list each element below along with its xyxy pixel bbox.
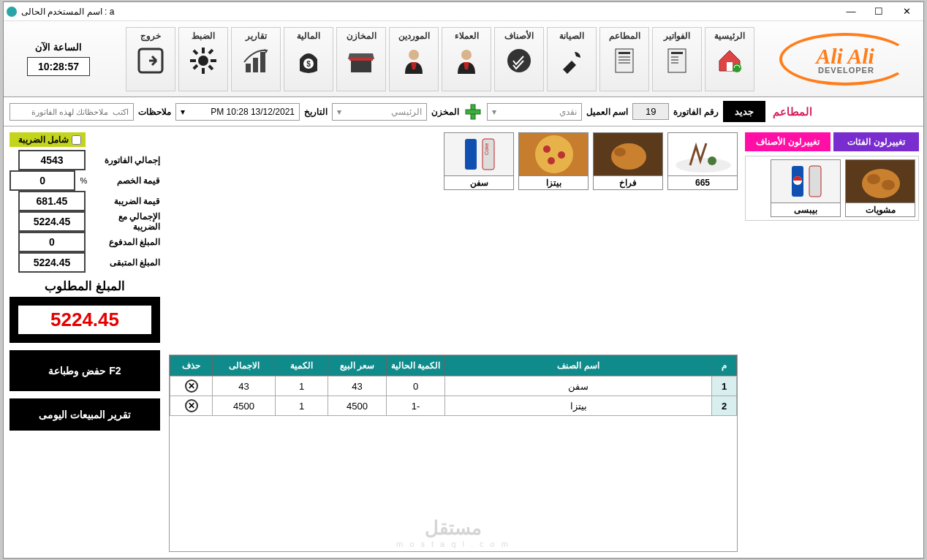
svg-rect-27 (671, 56, 678, 58)
svg-rect-26 (671, 52, 683, 54)
tax-checkbox[interactable] (72, 135, 81, 145)
category-name: مشويات (846, 203, 915, 216)
ribbon-label: خروج (140, 31, 161, 41)
product-card[interactable]: Cokeسفن (444, 132, 514, 190)
svg-rect-3 (202, 68, 205, 74)
product-name: بيتزا (519, 175, 588, 189)
settings-icon (186, 44, 220, 77)
add-customer-button[interactable] (464, 102, 483, 121)
svg-rect-15 (351, 59, 371, 72)
ribbon-suppliers[interactable]: الموردين (389, 27, 439, 91)
daily-sales-report-button[interactable]: تقرير المبيعات اليومى (10, 398, 160, 431)
customers-icon (450, 44, 483, 77)
ribbon-label: المخازن (347, 31, 377, 41)
svg-rect-12 (260, 52, 265, 72)
delete-row-button[interactable]: ✕ (185, 399, 198, 412)
required-amount-value: 5224.45 (18, 306, 151, 334)
finance-icon: $ (292, 44, 325, 77)
summary-label: المبلغ المدفوع (90, 237, 160, 247)
ribbon-label: الصيانة (559, 31, 584, 41)
svg-rect-8 (208, 48, 213, 54)
customer-label: اسم العميل (586, 107, 628, 117)
summary-value: 681.45 (18, 191, 86, 211)
svg-rect-10 (246, 64, 251, 72)
notes-input[interactable] (10, 103, 134, 121)
product-image (594, 133, 662, 175)
ribbon-label: الضبط (192, 31, 215, 41)
svg-rect-21 (618, 52, 630, 54)
svg-rect-5 (211, 59, 216, 62)
minimize-button[interactable]: ― (837, 4, 865, 20)
home-icon (713, 44, 746, 77)
summary-label: الإجمالي مع الضريبة (90, 211, 160, 232)
category-card[interactable]: بيبسى (771, 159, 841, 217)
svg-point-55 (867, 174, 880, 184)
chevron-down-icon: ▾ (492, 107, 496, 117)
invoice-no-label: رقم الفاتورة (673, 107, 718, 117)
new-button[interactable]: جديد (723, 101, 765, 122)
maximize-button[interactable]: ☐ (865, 4, 893, 20)
product-image (668, 133, 737, 175)
svg-rect-9 (192, 64, 198, 69)
customer-dropdown[interactable]: نقدي▾ (487, 103, 582, 121)
product-card[interactable]: 665 (667, 132, 738, 190)
table-row[interactable]: 1سفن043143✕ (170, 377, 737, 396)
delete-row-button[interactable]: ✕ (185, 379, 198, 393)
change-categories-color-button[interactable]: تغييرلون الفئات (833, 132, 919, 151)
ribbon-exit[interactable]: خروج (126, 27, 175, 91)
product-card[interactable]: بيتزا (518, 132, 589, 190)
ribbon-reports[interactable]: تقارير (231, 27, 281, 91)
svg-point-47 (676, 158, 731, 173)
date-picker[interactable]: 13/12/2021 10:28 PM▾ (175, 103, 300, 121)
items-icon (502, 44, 536, 77)
ribbon-label: المطاعم (609, 31, 640, 41)
ribbon-home[interactable]: الرئيسية (705, 27, 754, 91)
required-amount-label: المبلغ المطلوب (10, 279, 160, 294)
svg-rect-16 (349, 58, 373, 61)
watermark: مستقل m o s t a q l . c o m (396, 517, 510, 548)
svg-point-18 (461, 50, 472, 60)
tax-include-checkbox[interactable]: شامل الضريبة (10, 132, 86, 147)
svg-rect-24 (618, 62, 630, 64)
clock-label: الساعة الآن (35, 42, 82, 53)
svg-rect-7 (208, 64, 213, 70)
ribbon-stores[interactable]: المخازن (336, 27, 386, 91)
svg-rect-2 (202, 48, 205, 53)
restaurants-icon (608, 44, 641, 77)
close-button[interactable]: ✕ (893, 4, 920, 20)
col-item-name: اسم الصنف (445, 356, 712, 376)
ribbon-finance[interactable]: المالية$ (284, 27, 333, 91)
logo: Ali Ali DEVELOPER (774, 29, 916, 89)
save-print-button[interactable]: حفض وطباعة F2 (10, 350, 160, 391)
suppliers-icon (397, 44, 431, 77)
category-image (846, 160, 915, 203)
svg-point-39 (535, 135, 573, 173)
product-card[interactable]: فراخ (593, 132, 663, 190)
maintenance-icon (555, 44, 589, 77)
stores-icon (344, 44, 378, 77)
col-delete: حذف (170, 356, 213, 376)
invoices-icon (660, 44, 694, 77)
titlebar: اسم المستخدم الحالى : a ― ☐ ✕ (4, 2, 923, 21)
invoice-grid: م اسم الصنف الكمية الحالية سعر البيع الك… (169, 355, 738, 552)
col-qty: الكمية (276, 356, 328, 376)
product-list: Cokeسفنبيتزافراخ665 (169, 132, 738, 190)
summary-label: المبلغ المتبقى (90, 257, 160, 268)
svg-point-56 (882, 180, 895, 190)
ribbon-restaurants[interactable]: المطاعم (599, 27, 649, 91)
ribbon-items[interactable]: الأصناف (494, 27, 544, 91)
ribbon-maintenance[interactable]: الصيانة (547, 27, 597, 91)
category-card[interactable]: مشويات (845, 159, 915, 217)
ribbon-settings[interactable]: الضبط (178, 27, 228, 91)
ribbon-invoices[interactable]: الفواتير (652, 27, 702, 91)
ribbon-customers[interactable]: العملاء (442, 27, 491, 91)
reports-icon (239, 44, 273, 77)
svg-point-17 (409, 50, 419, 60)
summary-value: 0 (10, 170, 75, 191)
change-items-color-button[interactable]: تغييرلون الأصناف (745, 132, 830, 151)
svg-rect-49 (771, 160, 840, 203)
store-dropdown[interactable]: الرئيسي▾ (332, 103, 427, 121)
ribbon-label: الموردين (398, 31, 430, 41)
table-row[interactable]: 2بيتزا-1450014500✕ (170, 396, 737, 416)
svg-point-48 (708, 156, 716, 165)
